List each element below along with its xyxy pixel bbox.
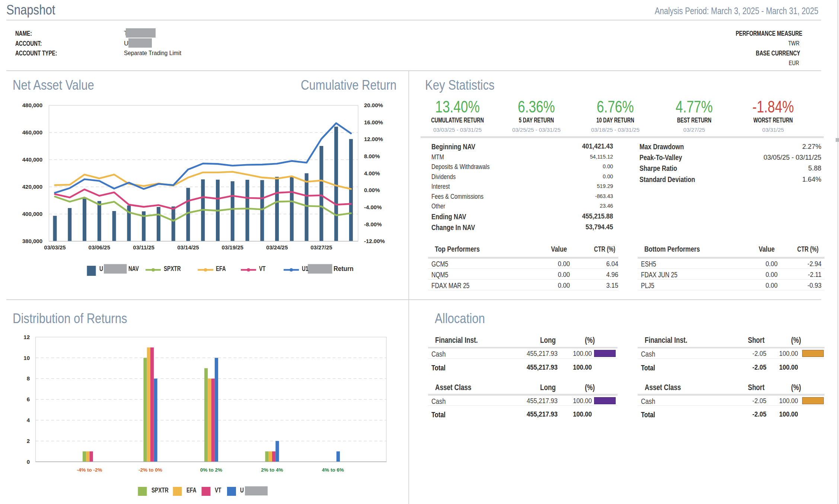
svg-text:380,000: 380,000 [22, 238, 42, 244]
svg-text:460,000: 460,000 [22, 129, 42, 135]
svg-text:03/03/25: 03/03/25 [44, 244, 66, 251]
svg-text:-4.00%: -4.00% [364, 204, 382, 210]
svg-text:0.00%: 0.00% [364, 187, 380, 193]
svg-text:400,000: 400,000 [22, 211, 42, 217]
svg-text:12.00%: 12.00% [364, 136, 383, 142]
svg-text:-4% to -2%: -4% to -2% [77, 467, 102, 473]
svg-text:20.00%: 20.00% [364, 102, 383, 108]
svg-text:8.00%: 8.00% [364, 153, 380, 159]
svg-text:440,000: 440,000 [22, 156, 42, 163]
svg-text:420,000: 420,000 [22, 184, 42, 190]
svg-text:03/14/25: 03/14/25 [177, 244, 199, 251]
svg-text:480,000: 480,000 [22, 102, 42, 108]
svg-text:0% to 2%: 0% to 2% [200, 467, 222, 473]
svg-text:2% to 4%: 2% to 4% [261, 467, 283, 473]
svg-text:8: 8 [27, 375, 30, 382]
svg-text:4.00%: 4.00% [364, 170, 380, 176]
svg-text:03/11/25: 03/11/25 [133, 244, 154, 251]
svg-text:-8.00%: -8.00% [364, 221, 382, 227]
svg-text:-2% to 0%: -2% to 0% [138, 467, 162, 473]
svg-text:4% to 6%: 4% to 6% [322, 467, 344, 473]
svg-text:4: 4 [27, 417, 30, 423]
svg-text:12: 12 [23, 334, 30, 340]
svg-text:03/27/25: 03/27/25 [310, 244, 332, 251]
svg-text:03/06/25: 03/06/25 [89, 244, 110, 251]
svg-text:03/19/25: 03/19/25 [222, 244, 243, 251]
svg-text:0: 0 [27, 459, 30, 465]
svg-text:16.00%: 16.00% [364, 119, 383, 125]
svg-text:2: 2 [27, 438, 30, 444]
svg-text:-12.00%: -12.00% [364, 238, 385, 244]
svg-text:10: 10 [23, 355, 30, 361]
svg-text:6: 6 [27, 396, 30, 402]
svg-text:03/24/25: 03/24/25 [266, 244, 288, 251]
